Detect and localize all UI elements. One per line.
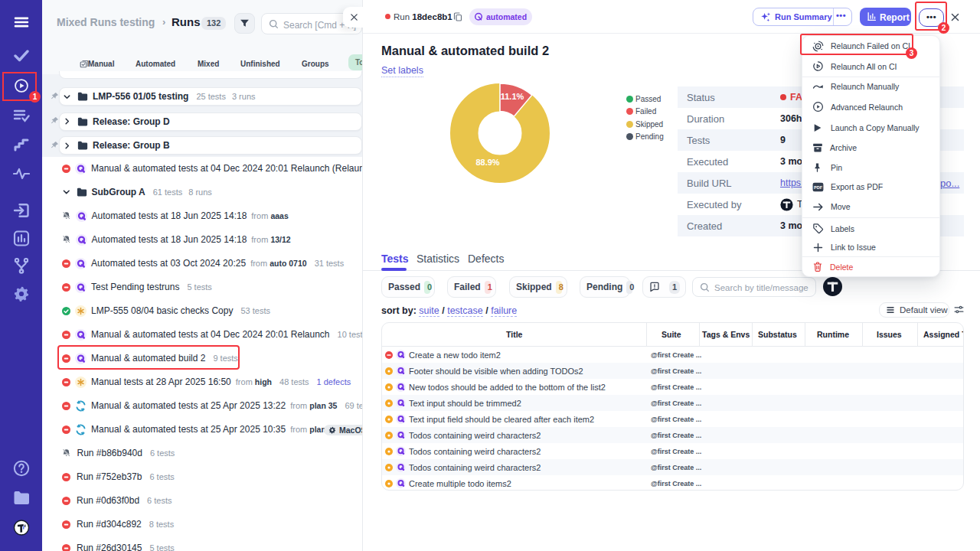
svg-text:11.1%: 11.1% (501, 92, 524, 101)
svg-text:PDF: PDF (814, 185, 823, 190)
svg-text:88.9%: 88.9% (475, 158, 499, 167)
